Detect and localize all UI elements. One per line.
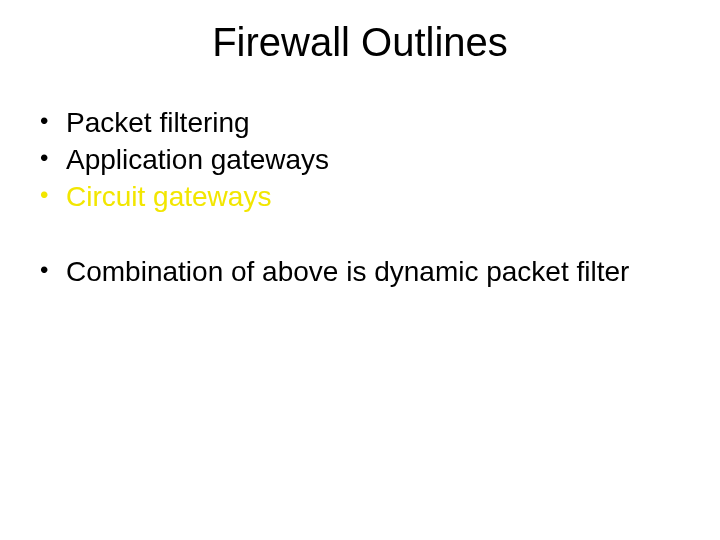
bullet-text: Packet filtering bbox=[66, 105, 250, 140]
bullet-icon: • bbox=[40, 142, 66, 174]
bullet-icon: • bbox=[40, 254, 66, 286]
slide-title: Firewall Outlines bbox=[0, 20, 720, 65]
bullet-icon: • bbox=[40, 105, 66, 137]
bullet-icon: • bbox=[40, 179, 66, 211]
spacer bbox=[40, 216, 680, 254]
bullet-item: • Packet filtering bbox=[40, 105, 680, 140]
slide: Firewall Outlines • Packet filtering • A… bbox=[0, 0, 720, 540]
bullet-item: • Application gateways bbox=[40, 142, 680, 177]
bullet-text: Circuit gateways bbox=[66, 179, 271, 214]
slide-body: • Packet filtering • Application gateway… bbox=[40, 105, 680, 291]
bullet-item-highlight: • Circuit gateways bbox=[40, 179, 680, 214]
bullet-text: Application gateways bbox=[66, 142, 329, 177]
bullet-text: Combination of above is dynamic packet f… bbox=[66, 254, 629, 289]
bullet-item: • Combination of above is dynamic packet… bbox=[40, 254, 680, 289]
